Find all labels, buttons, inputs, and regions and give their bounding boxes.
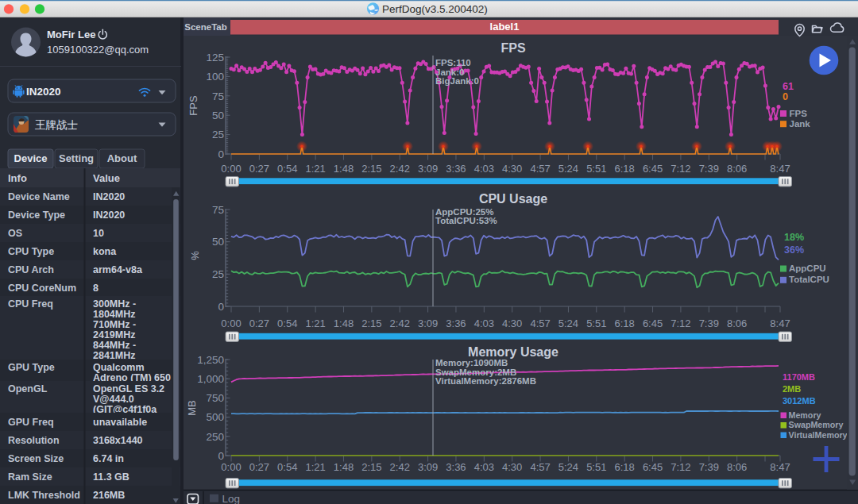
- svg-text:0:00: 0:00: [221, 461, 241, 473]
- svg-text:4:03: 4:03: [474, 163, 494, 175]
- svg-text:75: 75: [212, 204, 224, 216]
- svg-text:AppCPU: AppCPU: [789, 264, 826, 273]
- svg-text:4:57: 4:57: [530, 163, 550, 175]
- svg-text:3:36: 3:36: [446, 317, 466, 329]
- svg-text:710MHz -: 710MHz -: [93, 319, 136, 330]
- svg-text:6:45: 6:45: [643, 163, 663, 175]
- svg-text:1:48: 1:48: [334, 163, 354, 175]
- svg-text:0:00: 0:00: [221, 163, 241, 175]
- svg-text:SwapMemory: SwapMemory: [789, 420, 844, 429]
- svg-text:4:30: 4:30: [502, 163, 522, 175]
- svg-text:4:30: 4:30: [502, 461, 522, 473]
- svg-text:3168x1440: 3168x1440: [93, 435, 143, 446]
- svg-text:TotalCPU:53%: TotalCPU:53%: [435, 216, 497, 225]
- svg-text:1,250: 1,250: [197, 354, 224, 366]
- svg-text:10: 10: [93, 228, 104, 239]
- svg-text:0:00: 0:00: [221, 317, 241, 329]
- svg-text:Ram Size: Ram Size: [8, 471, 52, 483]
- svg-text:1:48: 1:48: [334, 317, 354, 329]
- svg-text:FPS: FPS: [790, 109, 808, 118]
- svg-text:GPU Type: GPU Type: [8, 362, 55, 373]
- svg-text:1:21: 1:21: [305, 317, 325, 329]
- svg-text:arm64-v8a: arm64-v8a: [93, 264, 143, 275]
- svg-text:6:18: 6:18: [615, 163, 635, 175]
- svg-text:7:39: 7:39: [699, 163, 719, 175]
- svg-text:Device Name: Device Name: [8, 191, 70, 202]
- svg-text:8:06: 8:06: [727, 461, 747, 473]
- svg-text:4:03: 4:03: [474, 317, 494, 329]
- svg-text:5:51: 5:51: [586, 461, 606, 473]
- svg-text:0: 0: [218, 148, 224, 160]
- svg-text:5:24: 5:24: [558, 317, 578, 329]
- svg-text:Device: Device: [14, 152, 48, 164]
- svg-text:2:15: 2:15: [361, 163, 381, 175]
- svg-text:3:09: 3:09: [418, 317, 438, 329]
- svg-text:100: 100: [206, 71, 224, 83]
- svg-text:11.3 GB: 11.3 GB: [93, 471, 129, 483]
- svg-text:OpenGL ES 3.2: OpenGL ES 3.2: [93, 383, 164, 394]
- svg-text:1:21: 1:21: [305, 461, 325, 473]
- svg-text:VirtualMemory:2876MB: VirtualMemory:2876MB: [435, 376, 536, 386]
- svg-text:6:18: 6:18: [615, 317, 635, 329]
- svg-text:0:54: 0:54: [277, 163, 297, 175]
- svg-text:6.74 in: 6.74 in: [93, 453, 124, 464]
- svg-text:Memory Usage: Memory Usage: [468, 345, 558, 359]
- svg-text:FPS: FPS: [500, 41, 525, 55]
- svg-text:unavailable: unavailable: [93, 417, 147, 428]
- svg-text:AppCPU:25%: AppCPU:25%: [435, 207, 493, 217]
- svg-text:Jank:0: Jank:0: [435, 67, 464, 77]
- svg-text:CPU Usage: CPU Usage: [479, 192, 547, 206]
- svg-text:Log: Log: [222, 493, 241, 504]
- svg-text:6:45: 6:45: [643, 461, 663, 473]
- svg-text:%: %: [189, 251, 201, 260]
- svg-text:CPU Freq: CPU Freq: [8, 298, 53, 310]
- svg-text:125: 125: [206, 52, 224, 63]
- svg-text:75: 75: [212, 90, 224, 102]
- svg-text:Device Type: Device Type: [8, 210, 65, 221]
- svg-text:50: 50: [212, 236, 224, 248]
- svg-text:50: 50: [212, 110, 224, 121]
- svg-text:0: 0: [783, 91, 788, 102]
- svg-text:Memory: Memory: [789, 410, 821, 420]
- svg-text:FPS:110: FPS:110: [435, 58, 471, 67]
- svg-text:Memory:1090MB: Memory:1090MB: [435, 358, 508, 367]
- svg-text:8:06: 8:06: [727, 163, 747, 175]
- svg-text:V@444.0: V@444.0: [93, 394, 134, 405]
- svg-text:VirtualMemory: VirtualMemory: [789, 430, 848, 440]
- svg-text:0:27: 0:27: [249, 317, 269, 329]
- svg-text:7:12: 7:12: [671, 317, 690, 329]
- svg-text:2MB: 2MB: [783, 384, 801, 394]
- svg-text:0: 0: [218, 301, 224, 313]
- svg-text:18%: 18%: [784, 232, 804, 243]
- svg-text:8:47: 8:47: [770, 461, 790, 473]
- svg-text:1:48: 1:48: [334, 461, 354, 473]
- svg-text:kona: kona: [93, 246, 117, 257]
- svg-text:4:57: 4:57: [530, 317, 550, 329]
- svg-text:7:39: 7:39: [699, 461, 719, 473]
- svg-text:1,000: 1,000: [197, 373, 224, 385]
- svg-text:25: 25: [212, 268, 224, 280]
- svg-text:MoFir Lee: MoFir Lee: [47, 29, 95, 40]
- svg-text:2:15: 2:15: [361, 461, 381, 473]
- svg-text:CPU CoreNum: CPU CoreNum: [8, 283, 76, 294]
- svg-text:3:09: 3:09: [418, 163, 438, 175]
- svg-text:Value: Value: [93, 172, 120, 184]
- svg-text:5:24: 5:24: [558, 461, 578, 473]
- svg-text:SwapMemory:2MB: SwapMemory:2MB: [435, 367, 516, 377]
- svg-text:CPU Type: CPU Type: [8, 246, 54, 257]
- svg-text:0:27: 0:27: [249, 163, 269, 175]
- svg-text:7:39: 7:39: [699, 317, 719, 329]
- svg-text:2:42: 2:42: [390, 317, 410, 329]
- svg-text:Screen Size: Screen Size: [8, 453, 64, 464]
- svg-text:FPS: FPS: [187, 95, 199, 116]
- svg-text:SceneTab: SceneTab: [184, 22, 226, 32]
- svg-text:7:12: 7:12: [671, 461, 690, 473]
- svg-text:0:54: 0:54: [277, 461, 297, 473]
- svg-text:MB: MB: [186, 400, 198, 416]
- svg-text:CPU Arch: CPU Arch: [8, 264, 54, 275]
- svg-text:25: 25: [212, 129, 224, 140]
- svg-text:0:27: 0:27: [249, 461, 269, 473]
- svg-text:5:24: 5:24: [558, 163, 578, 175]
- svg-text:3:36: 3:36: [446, 163, 466, 175]
- svg-text:LMK Threshold: LMK Threshold: [8, 490, 80, 501]
